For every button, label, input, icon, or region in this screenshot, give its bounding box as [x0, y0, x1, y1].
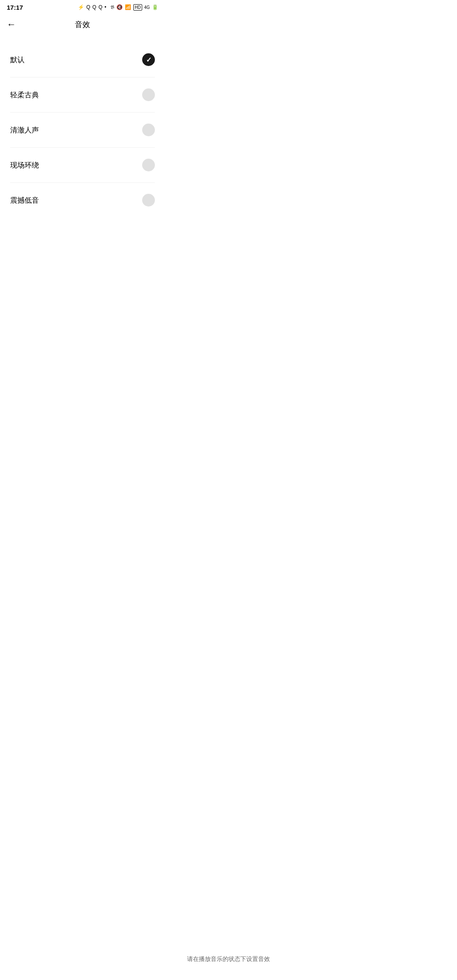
options-list: 默认轻柔古典清澈人声现场环绕震撼低音	[0, 42, 165, 217]
page-title: 音效	[75, 19, 90, 30]
bluetooth-icon: ⚡	[78, 4, 84, 10]
nav-bar: ← 音效	[0, 14, 165, 36]
radio-clear-vocal[interactable]	[142, 124, 155, 136]
option-label-clear-vocal: 清澈人声	[10, 125, 39, 135]
option-row-bass-boost[interactable]: 震撼低音	[0, 183, 165, 217]
back-button[interactable]: ←	[7, 19, 16, 30]
option-row-light-classic[interactable]: 轻柔古典	[0, 77, 165, 112]
status-time: 17:17	[7, 4, 23, 11]
radio-live-surround[interactable]	[142, 159, 155, 171]
radio-bass-boost[interactable]	[142, 194, 155, 206]
qq-icon: Q	[86, 4, 90, 10]
qq-icon2: Q	[92, 4, 96, 10]
status-icons: ⚡ Q Q Q • 𝔅 🔇 📶 HD 4G 🔋	[78, 4, 158, 11]
back-arrow-icon: ←	[7, 19, 16, 30]
4g-icon: 4G	[144, 5, 150, 10]
wifi-icon: 📶	[125, 4, 131, 10]
option-label-bass-boost: 震撼低音	[10, 195, 39, 205]
dot-icon: •	[105, 4, 106, 10]
option-label-light-classic: 轻柔古典	[10, 90, 39, 100]
status-bar: 17:17 ⚡ Q Q Q • 𝔅 🔇 📶 HD 4G 🔋	[0, 0, 165, 14]
hd-icon: HD	[133, 4, 142, 11]
option-row-default[interactable]: 默认	[0, 42, 165, 77]
qq-icon3: Q	[99, 4, 102, 10]
radio-default[interactable]	[142, 53, 155, 66]
option-row-live-surround[interactable]: 现场环绕	[0, 148, 165, 182]
mute-icon: 🔇	[116, 4, 123, 10]
option-label-live-surround: 现场环绕	[10, 160, 39, 170]
option-row-clear-vocal[interactable]: 清澈人声	[0, 113, 165, 147]
bt-icon: 𝔅	[110, 4, 114, 10]
content-area: 默认轻柔古典清澈人声现场环绕震撼低音	[0, 36, 165, 224]
radio-light-classic[interactable]	[142, 88, 155, 101]
battery-icon: 🔋	[152, 4, 158, 10]
option-label-default: 默认	[10, 55, 25, 65]
